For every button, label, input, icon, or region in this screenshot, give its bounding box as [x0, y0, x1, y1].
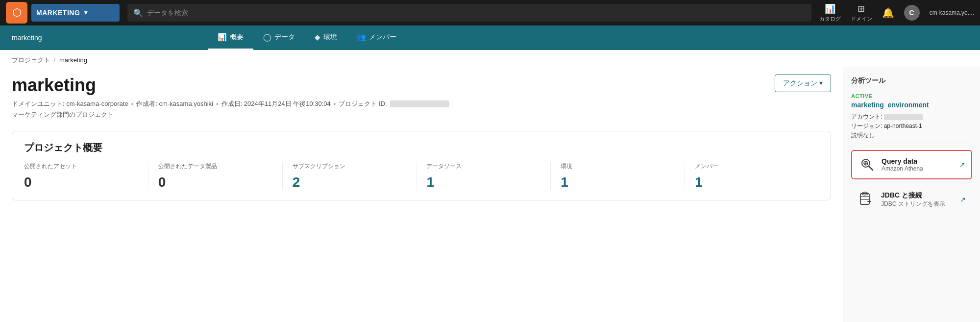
sub-nav-brand: marketing [12, 34, 110, 42]
sub-nav-tabs: 📊 概要 ◯ データ ◆ 環境 👥 メンバー [208, 26, 406, 50]
stat-label-1: 公開されたデータ製品 [158, 162, 272, 171]
query-data-sub: Amazon Athena [882, 165, 954, 172]
jdbc-icon [859, 192, 874, 208]
env-region: リージョン: ap-northeast-1 [851, 122, 972, 130]
tab-environment[interactable]: ◆ 環境 [305, 26, 347, 50]
tab-overview[interactable]: 📊 概要 [208, 26, 253, 50]
search-bar[interactable]: 🔍 [127, 4, 811, 22]
description-text: マーケティング部門のプロジェクト [12, 110, 831, 119]
sidebar: 分析ツール ACTIVE marketing_environment アカウント… [843, 67, 980, 322]
data-tab-icon: ◯ [263, 33, 271, 42]
env-tab-label: 環境 [323, 33, 337, 42]
jdbc-sub: JDBC ストリングを表示 [881, 200, 954, 208]
data-tab-label: データ [274, 33, 295, 42]
avatar[interactable]: C [904, 5, 920, 21]
search-icon: 🔍 [133, 8, 143, 18]
sidebar-divider-1 [851, 144, 972, 144]
catalog-label: カタログ [819, 15, 841, 23]
tab-data[interactable]: ◯ データ [253, 26, 305, 50]
meta-dot-3: • [334, 100, 336, 108]
env-status: ACTIVE [851, 93, 972, 99]
project-selector-label: MARKETING [36, 9, 80, 17]
stat-environments: 環境 1 [551, 162, 685, 190]
stat-value-5: 1 [695, 174, 809, 190]
stat-value-3: 1 [426, 174, 540, 190]
top-navigation: ⬡ MARKETING ▼ 🔍 📊 カタログ ⊞ ドメイン 🔔 C cm-kas… [0, 0, 980, 25]
breadcrumb-project[interactable]: プロジェクト [12, 56, 50, 64]
stat-published-assets: 公開されたアセット 0 [24, 162, 148, 190]
query-data-tool[interactable]: Query data Amazon Athena ↗ [851, 150, 972, 179]
jdbc-text: JDBC と接続 JDBC ストリングを表示 [881, 191, 954, 208]
env-description: 説明なし [851, 131, 972, 140]
stat-value-1: 0 [158, 174, 272, 190]
members-tab-icon: 👥 [357, 33, 366, 42]
project-id-label: プロジェクト ID: [339, 99, 387, 108]
stat-label-2: サブスクリプション [293, 162, 407, 171]
query-data-icon-box [858, 156, 876, 173]
env-account: アカウント: [851, 113, 972, 121]
env-tab-icon: ◆ [315, 33, 320, 42]
sub-navigation: marketing 📊 概要 ◯ データ ◆ 環境 👥 メンバー [0, 25, 980, 50]
breadcrumb: プロジェクト / marketing [12, 56, 968, 65]
nav-actions: 📊 カタログ ⊞ ドメイン 🔔 C cm-kasama.yo.... [819, 3, 974, 23]
page-title: marketing [12, 74, 96, 96]
logo[interactable]: ⬡ [6, 2, 27, 24]
breadcrumb-separator: / [54, 56, 56, 64]
sidebar-title: 分析ツール [851, 76, 972, 85]
stat-value-2: 2 [293, 174, 407, 190]
breadcrumb-current: marketing [59, 56, 87, 64]
stats-row: 公開されたアセット 0 公開されたデータ製品 0 サブスクリプション 2 データ… [24, 162, 819, 190]
overview-card-title: プロジェクト概要 [24, 141, 819, 154]
domain-nav-item[interactable]: ⊞ ドメイン [851, 3, 872, 23]
query-data-icon [859, 157, 874, 173]
meta-dot-2: • [216, 100, 219, 108]
overview-tab-icon: 📊 [218, 33, 227, 42]
stat-members: メンバー 1 [685, 162, 819, 190]
stat-datasources: データソース 1 [416, 162, 551, 190]
project-selector[interactable]: MARKETING ▼ [31, 4, 120, 22]
query-data-text: Query data Amazon Athena [882, 157, 954, 172]
jdbc-name: JDBC と接続 [881, 191, 954, 200]
tab-members[interactable]: 👥 メンバー [347, 26, 406, 50]
catalog-icon: 📊 [825, 3, 835, 14]
stat-label-5: メンバー [695, 162, 809, 171]
meta-dot-1: • [131, 100, 134, 108]
actions-button[interactable]: アクション ▾ [775, 74, 831, 92]
svg-line-1 [869, 166, 873, 170]
env-account-redacted [884, 114, 923, 120]
created-by-meta: 作成者: cm-kasama.yoshiki [136, 99, 213, 108]
catalog-nav-item[interactable]: 📊 カタログ [819, 3, 841, 23]
stat-published-products: 公開されたデータ製品 0 [148, 162, 283, 190]
stat-label-3: データソース [426, 162, 540, 171]
created-at-meta: 作成日: 2024年11月24日 午後10:30:04 [221, 99, 331, 108]
page-header: marketing アクション ▾ [12, 74, 831, 96]
stat-label-0: 公開されたアセット [24, 162, 138, 171]
query-data-name: Query data [882, 157, 954, 165]
project-id-redacted [390, 100, 449, 107]
stat-value-4: 1 [561, 174, 675, 190]
stat-subscriptions: サブスクリプション 2 [283, 162, 417, 190]
jdbc-icon-box [858, 191, 875, 208]
domain-label: ドメイン [851, 15, 872, 23]
meta-row: ドメインユニット: cm-kasama-corporate • 作成者: cm-… [12, 99, 831, 108]
overview-card: プロジェクト概要 公開されたアセット 0 公開されたデータ製品 0 サブスクリプ… [12, 131, 831, 200]
stat-label-4: 環境 [561, 162, 675, 171]
members-tab-label: メンバー [369, 33, 396, 42]
env-name[interactable]: marketing_environment [851, 101, 972, 109]
project-dropdown-arrow: ▼ [83, 9, 89, 16]
query-data-external-link-icon[interactable]: ↗ [959, 161, 965, 169]
notification-bell-icon[interactable]: 🔔 [882, 7, 894, 19]
domain-unit-meta: ドメインユニット: cm-kasama-corporate [12, 99, 128, 108]
jdbc-tool[interactable]: JDBC と接続 JDBC ストリングを表示 ↗ [851, 185, 972, 214]
jdbc-external-link-icon[interactable]: ↗ [960, 196, 966, 203]
search-input[interactable] [147, 9, 806, 17]
logo-icon: ⬡ [12, 6, 22, 19]
username-display: cm-kasama.yo.... [930, 9, 974, 16]
overview-tab-label: 概要 [230, 33, 244, 42]
main-layout: marketing アクション ▾ ドメインユニット: cm-kasama-co… [0, 67, 980, 322]
breadcrumb-area: プロジェクト / marketing [0, 50, 980, 67]
main-content: marketing アクション ▾ ドメインユニット: cm-kasama-co… [0, 67, 843, 322]
stat-value-0: 0 [24, 174, 138, 190]
domain-icon: ⊞ [858, 3, 865, 14]
